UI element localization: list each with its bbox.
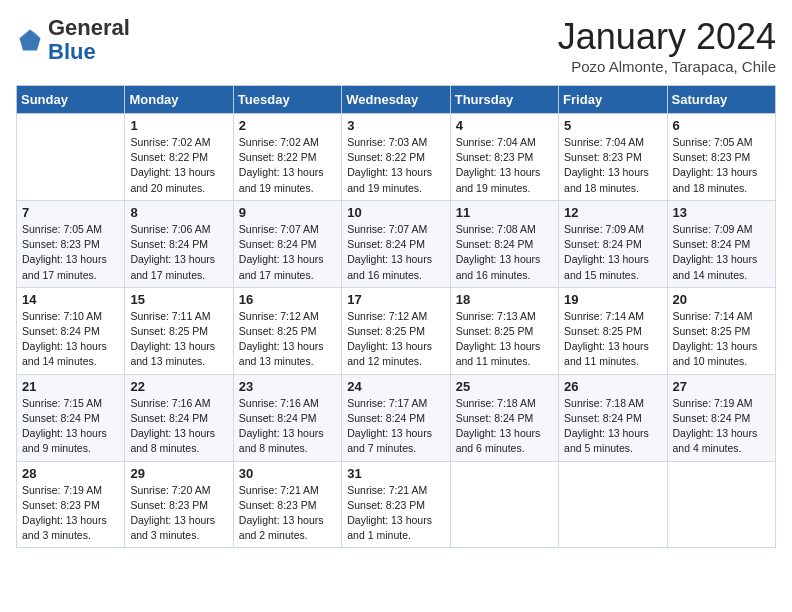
day-number: 9 <box>239 205 336 220</box>
day-number: 14 <box>22 292 119 307</box>
day-number: 29 <box>130 466 227 481</box>
day-detail: Sunrise: 7:18 AM Sunset: 8:24 PM Dayligh… <box>456 396 553 457</box>
day-number: 31 <box>347 466 444 481</box>
week-row-3: 14Sunrise: 7:10 AM Sunset: 8:24 PM Dayli… <box>17 287 776 374</box>
month-title: January 2024 <box>558 16 776 58</box>
day-detail: Sunrise: 7:17 AM Sunset: 8:24 PM Dayligh… <box>347 396 444 457</box>
calendar-header-row: SundayMondayTuesdayWednesdayThursdayFrid… <box>17 86 776 114</box>
day-detail: Sunrise: 7:21 AM Sunset: 8:23 PM Dayligh… <box>347 483 444 544</box>
day-detail: Sunrise: 7:18 AM Sunset: 8:24 PM Dayligh… <box>564 396 661 457</box>
day-cell: 8Sunrise: 7:06 AM Sunset: 8:24 PM Daylig… <box>125 200 233 287</box>
day-cell <box>450 461 558 548</box>
day-number: 26 <box>564 379 661 394</box>
day-detail: Sunrise: 7:03 AM Sunset: 8:22 PM Dayligh… <box>347 135 444 196</box>
day-detail: Sunrise: 7:12 AM Sunset: 8:25 PM Dayligh… <box>239 309 336 370</box>
day-cell: 30Sunrise: 7:21 AM Sunset: 8:23 PM Dayli… <box>233 461 341 548</box>
day-number: 23 <box>239 379 336 394</box>
day-number: 25 <box>456 379 553 394</box>
day-detail: Sunrise: 7:16 AM Sunset: 8:24 PM Dayligh… <box>130 396 227 457</box>
day-number: 15 <box>130 292 227 307</box>
day-cell: 19Sunrise: 7:14 AM Sunset: 8:25 PM Dayli… <box>559 287 667 374</box>
day-cell: 10Sunrise: 7:07 AM Sunset: 8:24 PM Dayli… <box>342 200 450 287</box>
calendar-body: 1Sunrise: 7:02 AM Sunset: 8:22 PM Daylig… <box>17 114 776 548</box>
day-cell: 20Sunrise: 7:14 AM Sunset: 8:25 PM Dayli… <box>667 287 775 374</box>
logo: General Blue <box>16 16 130 64</box>
day-detail: Sunrise: 7:06 AM Sunset: 8:24 PM Dayligh… <box>130 222 227 283</box>
day-number: 18 <box>456 292 553 307</box>
col-header-monday: Monday <box>125 86 233 114</box>
day-cell: 12Sunrise: 7:09 AM Sunset: 8:24 PM Dayli… <box>559 200 667 287</box>
day-number: 12 <box>564 205 661 220</box>
day-detail: Sunrise: 7:10 AM Sunset: 8:24 PM Dayligh… <box>22 309 119 370</box>
day-detail: Sunrise: 7:20 AM Sunset: 8:23 PM Dayligh… <box>130 483 227 544</box>
day-detail: Sunrise: 7:13 AM Sunset: 8:25 PM Dayligh… <box>456 309 553 370</box>
day-number: 17 <box>347 292 444 307</box>
day-number: 24 <box>347 379 444 394</box>
day-cell: 31Sunrise: 7:21 AM Sunset: 8:23 PM Dayli… <box>342 461 450 548</box>
day-cell: 15Sunrise: 7:11 AM Sunset: 8:25 PM Dayli… <box>125 287 233 374</box>
day-cell: 23Sunrise: 7:16 AM Sunset: 8:24 PM Dayli… <box>233 374 341 461</box>
day-number: 27 <box>673 379 770 394</box>
day-detail: Sunrise: 7:04 AM Sunset: 8:23 PM Dayligh… <box>456 135 553 196</box>
day-cell: 5Sunrise: 7:04 AM Sunset: 8:23 PM Daylig… <box>559 114 667 201</box>
week-row-4: 21Sunrise: 7:15 AM Sunset: 8:24 PM Dayli… <box>17 374 776 461</box>
day-number: 21 <box>22 379 119 394</box>
day-number: 8 <box>130 205 227 220</box>
day-number: 3 <box>347 118 444 133</box>
calendar-table: SundayMondayTuesdayWednesdayThursdayFrid… <box>16 85 776 548</box>
col-header-wednesday: Wednesday <box>342 86 450 114</box>
day-detail: Sunrise: 7:15 AM Sunset: 8:24 PM Dayligh… <box>22 396 119 457</box>
col-header-thursday: Thursday <box>450 86 558 114</box>
week-row-5: 28Sunrise: 7:19 AM Sunset: 8:23 PM Dayli… <box>17 461 776 548</box>
day-number: 16 <box>239 292 336 307</box>
day-cell: 18Sunrise: 7:13 AM Sunset: 8:25 PM Dayli… <box>450 287 558 374</box>
day-cell: 4Sunrise: 7:04 AM Sunset: 8:23 PM Daylig… <box>450 114 558 201</box>
day-detail: Sunrise: 7:12 AM Sunset: 8:25 PM Dayligh… <box>347 309 444 370</box>
day-cell: 24Sunrise: 7:17 AM Sunset: 8:24 PM Dayli… <box>342 374 450 461</box>
day-number: 7 <box>22 205 119 220</box>
day-number: 30 <box>239 466 336 481</box>
location: Pozo Almonte, Tarapaca, Chile <box>558 58 776 75</box>
day-cell: 16Sunrise: 7:12 AM Sunset: 8:25 PM Dayli… <box>233 287 341 374</box>
week-row-2: 7Sunrise: 7:05 AM Sunset: 8:23 PM Daylig… <box>17 200 776 287</box>
day-cell: 1Sunrise: 7:02 AM Sunset: 8:22 PM Daylig… <box>125 114 233 201</box>
day-cell: 7Sunrise: 7:05 AM Sunset: 8:23 PM Daylig… <box>17 200 125 287</box>
day-cell: 28Sunrise: 7:19 AM Sunset: 8:23 PM Dayli… <box>17 461 125 548</box>
day-detail: Sunrise: 7:07 AM Sunset: 8:24 PM Dayligh… <box>347 222 444 283</box>
day-detail: Sunrise: 7:19 AM Sunset: 8:23 PM Dayligh… <box>22 483 119 544</box>
day-cell <box>17 114 125 201</box>
day-detail: Sunrise: 7:02 AM Sunset: 8:22 PM Dayligh… <box>239 135 336 196</box>
day-detail: Sunrise: 7:07 AM Sunset: 8:24 PM Dayligh… <box>239 222 336 283</box>
day-detail: Sunrise: 7:21 AM Sunset: 8:23 PM Dayligh… <box>239 483 336 544</box>
day-detail: Sunrise: 7:08 AM Sunset: 8:24 PM Dayligh… <box>456 222 553 283</box>
day-cell: 29Sunrise: 7:20 AM Sunset: 8:23 PM Dayli… <box>125 461 233 548</box>
day-detail: Sunrise: 7:02 AM Sunset: 8:22 PM Dayligh… <box>130 135 227 196</box>
day-cell: 27Sunrise: 7:19 AM Sunset: 8:24 PM Dayli… <box>667 374 775 461</box>
day-number: 19 <box>564 292 661 307</box>
day-cell: 26Sunrise: 7:18 AM Sunset: 8:24 PM Dayli… <box>559 374 667 461</box>
day-detail: Sunrise: 7:05 AM Sunset: 8:23 PM Dayligh… <box>673 135 770 196</box>
day-cell: 9Sunrise: 7:07 AM Sunset: 8:24 PM Daylig… <box>233 200 341 287</box>
day-cell: 11Sunrise: 7:08 AM Sunset: 8:24 PM Dayli… <box>450 200 558 287</box>
day-detail: Sunrise: 7:05 AM Sunset: 8:23 PM Dayligh… <box>22 222 119 283</box>
day-number: 11 <box>456 205 553 220</box>
header: General Blue January 2024 Pozo Almonte, … <box>16 16 776 75</box>
day-number: 13 <box>673 205 770 220</box>
day-detail: Sunrise: 7:14 AM Sunset: 8:25 PM Dayligh… <box>673 309 770 370</box>
day-number: 5 <box>564 118 661 133</box>
title-area: January 2024 Pozo Almonte, Tarapaca, Chi… <box>558 16 776 75</box>
day-detail: Sunrise: 7:04 AM Sunset: 8:23 PM Dayligh… <box>564 135 661 196</box>
day-cell: 17Sunrise: 7:12 AM Sunset: 8:25 PM Dayli… <box>342 287 450 374</box>
svg-marker-0 <box>20 30 41 51</box>
day-detail: Sunrise: 7:14 AM Sunset: 8:25 PM Dayligh… <box>564 309 661 370</box>
day-number: 1 <box>130 118 227 133</box>
day-number: 10 <box>347 205 444 220</box>
logo-blue-text: Blue <box>48 39 96 64</box>
col-header-friday: Friday <box>559 86 667 114</box>
day-cell <box>559 461 667 548</box>
col-header-tuesday: Tuesday <box>233 86 341 114</box>
day-number: 20 <box>673 292 770 307</box>
day-number: 2 <box>239 118 336 133</box>
day-cell: 14Sunrise: 7:10 AM Sunset: 8:24 PM Dayli… <box>17 287 125 374</box>
day-detail: Sunrise: 7:11 AM Sunset: 8:25 PM Dayligh… <box>130 309 227 370</box>
